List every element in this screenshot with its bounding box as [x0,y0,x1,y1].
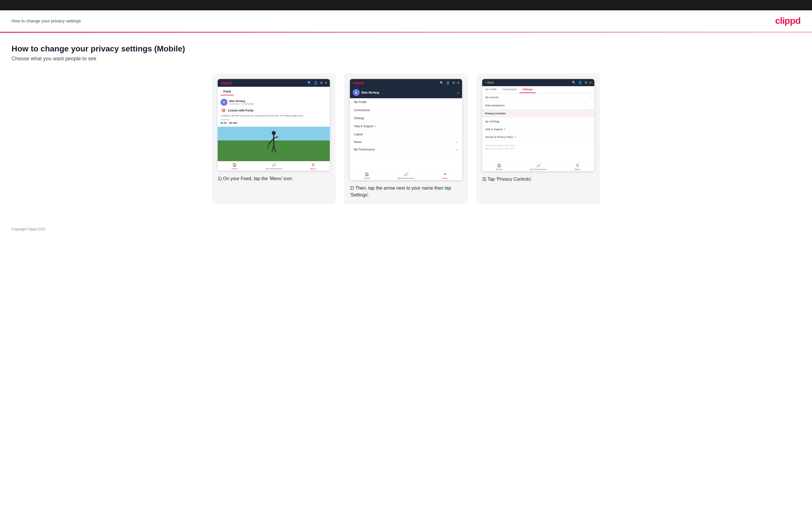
chevron-right-icon-3: › [591,112,592,115]
feed-user-row: B Blair McHarg Yesterday · Sunningdale [220,99,327,106]
search-icon[interactable]: 🔍 [307,81,311,85]
svg-line-3 [274,137,278,138]
settings-icon[interactable]: ⚙ [320,81,323,85]
svg-line-6 [274,145,276,153]
tab2-performance-label: My Performance [398,177,415,179]
step-1-description: 1) On your Feed, tap the 'Menu' icon. [218,175,330,182]
chevron-down-icon-2: ∨ [456,148,458,151]
tab-performance-label: My Performance [265,167,283,170]
tab-connections[interactable]: Connections [500,86,519,93]
profile-tabs: My Profile Connections Settings [482,86,594,93]
tab-myprofile[interactable]: My Profile [482,86,500,93]
menu-item-logout[interactable]: Logout [350,130,462,138]
settings-item-myaccount[interactable]: My Account › [482,93,594,101]
settings-icon-2[interactable]: ⚙ [452,81,455,85]
settings-item-dataintegrations[interactable]: Data Integrations › [482,101,594,109]
logo: clippd [775,15,801,26]
page-subheading: Choose what you want people to see [11,56,801,62]
tab-settings-label: Settings [522,88,533,91]
menu-dots-2[interactable]: ▾ [457,81,459,85]
chevron-down-icon: ∨ [456,141,458,144]
step-2-card: clippd 🔍 👤 ⚙ ▾ B Blair McHarg ∧ [344,73,468,204]
tab3-menu[interactable]: ☰ Menu [575,163,580,171]
phone-mockup-2: clippd 🔍 👤 ⚙ ▾ B Blair McHarg ∧ [350,79,462,180]
tab-menu-label: Menu [310,167,316,170]
menu-section-performance[interactable]: My Performance ∨ [350,146,462,153]
tab-connections-label: Connections [502,88,517,91]
chevron-right-icon-1: › [591,96,592,99]
copyright-text: Copyright Clippd 2022 [11,227,46,231]
page-heading: How to change your privacy settings (Mob… [11,44,801,53]
search-icon-3[interactable]: 🔍 [572,81,576,84]
tab-home[interactable]: 🏠 Home [232,163,238,170]
menu-performance-label: My Performance [354,148,375,151]
step-3-description: 3) Tap 'Privacy Controls'. [482,176,594,183]
version-info: Clippd Client Version: 2022.8.3-3 GQL Se… [482,141,594,153]
home-icon: 🏠 [232,163,237,167]
back-button[interactable]: < Back [485,81,494,84]
performance-icon-2: 📈 [404,172,409,176]
header: How to change your privacy settings clip… [0,10,812,32]
lesson-desc: Looking to feel like my hands are exitin… [220,114,327,117]
settings-helpsupport-label: Help & Support ↗ [485,128,506,131]
settings-item-serviceprivacy[interactable]: Service & Privacy Policy ↗ [482,133,594,141]
tab3-home[interactable]: 🏠 Home [496,163,502,171]
steps-row: clippd 🔍 👤 ⚙ ▾ Feed B [11,73,801,204]
chevron-up-icon: ∧ [457,91,459,94]
phone-2-navbar: clippd 🔍 👤 ⚙ ▾ [350,79,462,87]
tab-settings[interactable]: Settings [519,86,536,93]
user-icon[interactable]: 👤 [314,81,318,85]
menu-space [350,153,462,171]
tab2-home[interactable]: 🏠 Home [364,172,370,179]
menu-item-myprofile[interactable]: My Profile [350,98,462,106]
settings-mygolfbag-label: My Golf Bag [485,120,500,123]
duration-value: 01 hr : 30 min [220,121,327,124]
menu-item-helpsupport[interactable]: Help & Support ↗ [350,122,462,130]
menu-section-home[interactable]: Home ∨ [350,138,462,146]
menu-connections-label: Connections [354,109,370,112]
top-bar [0,0,812,10]
lesson-icon: 🎯 [220,107,226,113]
menu-dots[interactable]: ▾ [325,81,327,85]
tab-menu[interactable]: ☰ Menu [310,163,316,170]
step-3-card: < Back 🔍 👤 ⚙ ▾ My Profile Connections [476,73,600,204]
settings-item-mygolfbag[interactable]: My Golf Bag › [482,117,594,125]
menu-icon: ☰ [311,163,315,167]
menu-user-info: B Blair McHarg [353,89,379,96]
chevron-right-icon-4: › [591,120,592,123]
phone-1-nav-icons: 🔍 👤 ⚙ ▾ [307,81,327,85]
settings-item-privacycontrols[interactable]: Privacy Controls › [482,109,594,117]
tab3-menu-label: Menu [575,168,580,171]
search-icon-2[interactable]: 🔍 [440,81,444,85]
user-icon-2[interactable]: 👤 [446,81,450,85]
step-2-description: 2) Then, tap the arrow next to your name… [350,185,462,199]
lesson-title: Lesson with Fordy [228,109,253,112]
version-client: Clippd Client Version: 2022.8.3-3 [485,144,592,147]
chevron-right-icon-2: › [591,104,592,107]
menu-dots-3[interactable]: ▾ [590,81,592,84]
tab2-close[interactable]: ✕ Menu [443,172,448,179]
duration-label: Duration [220,118,327,121]
menu-item-settings[interactable]: Settings [350,114,462,122]
tab2-close-label: Menu [443,177,448,179]
tab3-home-label: Home [496,168,502,171]
settings-icon-3[interactable]: ⚙ [585,81,588,84]
menu-item-connections[interactable]: Connections [350,106,462,114]
menu-user-name: Blair McHarg [361,91,379,94]
tab-home-label: Home [232,167,238,170]
performance-icon-3: 📈 [536,163,541,167]
settings-item-helpsupport[interactable]: Help & Support ↗ [482,125,594,133]
home-icon-3: 🏠 [497,163,502,167]
tab3-performance[interactable]: 📈 My Performance [530,163,547,171]
phone-2-tabbar: 🏠 Home 📈 My Performance ✕ Menu [350,171,462,180]
user-icon-3[interactable]: 👤 [578,81,582,84]
tab-performance[interactable]: 📈 My Performance [265,163,283,170]
tab2-performance[interactable]: 📈 My Performance [398,172,415,179]
menu-helpsupport-label: Help & Support ↗ [354,125,376,128]
feed-user-info: Blair McHarg Yesterday · Sunningdale [229,100,254,105]
phone-1-tabbar: 🏠 Home 📈 My Performance ☰ Menu [218,161,330,171]
home-icon-2: 🏠 [365,172,369,176]
golf-image [218,127,330,161]
phone-mockup-1: clippd 🔍 👤 ⚙ ▾ Feed B [218,79,330,171]
svg-line-2 [269,138,274,144]
